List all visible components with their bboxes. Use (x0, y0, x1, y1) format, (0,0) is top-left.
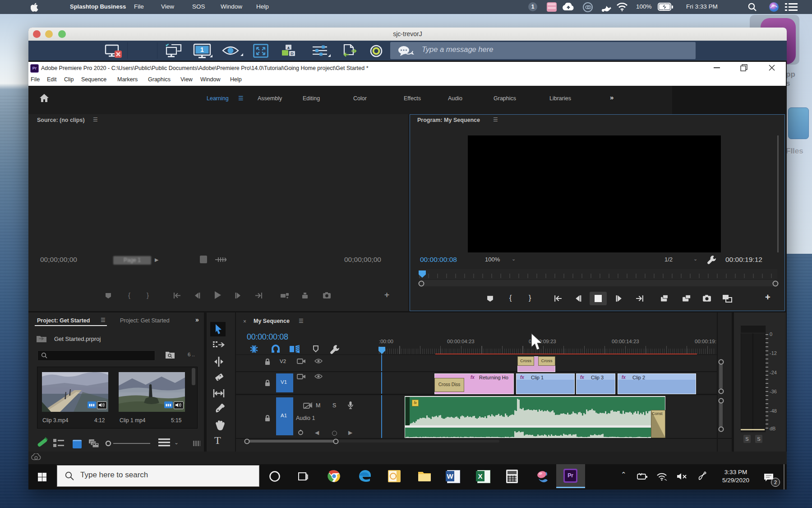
svg-text:D: D (291, 51, 294, 56)
svg-text:▲: ▲ (286, 45, 291, 50)
svg-text:1: 1 (200, 46, 204, 53)
